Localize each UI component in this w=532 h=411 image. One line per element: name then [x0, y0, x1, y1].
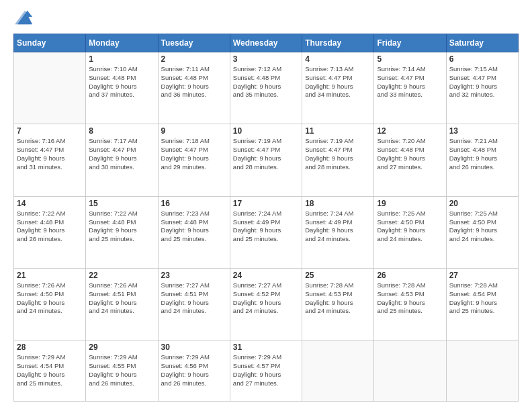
calendar-week-row: 1Sunrise: 7:10 AM Sunset: 4:48 PM Daylig…: [14, 52, 519, 124]
calendar-cell: 30Sunrise: 7:29 AM Sunset: 4:56 PM Dayli…: [158, 340, 230, 402]
day-number: 26: [377, 271, 443, 280]
calendar-cell: 7Sunrise: 7:16 AM Sunset: 4:47 PM Daylig…: [14, 124, 86, 196]
logo-icon: [15, 8, 34, 27]
day-info: Sunrise: 7:18 AM Sunset: 4:47 PM Dayligh…: [161, 137, 227, 171]
day-number: 7: [17, 126, 83, 136]
day-info: Sunrise: 7:22 AM Sunset: 4:48 PM Dayligh…: [89, 210, 154, 244]
calendar-cell: 21Sunrise: 7:26 AM Sunset: 4:50 PM Dayli…: [14, 269, 86, 340]
day-number: 4: [305, 54, 371, 64]
day-info: Sunrise: 7:10 AM Sunset: 4:48 PM Dayligh…: [89, 65, 154, 99]
calendar-table: SundayMondayTuesdayWednesdayThursdayFrid…: [13, 34, 519, 402]
day-number: 31: [233, 342, 299, 352]
day-number: 8: [89, 126, 154, 136]
day-info: Sunrise: 7:17 AM Sunset: 4:47 PM Dayligh…: [89, 137, 154, 171]
day-info: Sunrise: 7:16 AM Sunset: 4:47 PM Dayligh…: [17, 137, 83, 171]
day-number: 11: [305, 126, 371, 136]
day-info: Sunrise: 7:12 AM Sunset: 4:48 PM Dayligh…: [233, 65, 299, 99]
day-info: Sunrise: 7:26 AM Sunset: 4:50 PM Dayligh…: [17, 281, 83, 316]
day-info: Sunrise: 7:25 AM Sunset: 4:50 PM Dayligh…: [377, 210, 443, 244]
calendar-cell: 13Sunrise: 7:21 AM Sunset: 4:48 PM Dayli…: [446, 124, 518, 196]
calendar-cell: 31Sunrise: 7:29 AM Sunset: 4:57 PM Dayli…: [230, 340, 302, 402]
calendar-cell: 12Sunrise: 7:20 AM Sunset: 4:48 PM Dayli…: [374, 124, 446, 196]
calendar-cell: 16Sunrise: 7:23 AM Sunset: 4:48 PM Dayli…: [158, 196, 230, 268]
day-number: 19: [377, 199, 443, 208]
day-number: 20: [449, 199, 515, 208]
calendar-week-row: 7Sunrise: 7:16 AM Sunset: 4:47 PM Daylig…: [14, 124, 519, 196]
calendar-week-row: 14Sunrise: 7:22 AM Sunset: 4:48 PM Dayli…: [14, 196, 519, 268]
day-info: Sunrise: 7:15 AM Sunset: 4:47 PM Dayligh…: [449, 65, 515, 99]
day-number: 6: [449, 54, 515, 64]
calendar-cell: 3Sunrise: 7:12 AM Sunset: 4:48 PM Daylig…: [230, 52, 302, 124]
weekday-header-row: SundayMondayTuesdayWednesdayThursdayFrid…: [14, 34, 519, 52]
day-number: 2: [161, 54, 227, 64]
day-info: Sunrise: 7:27 AM Sunset: 4:52 PM Dayligh…: [233, 281, 299, 316]
day-info: Sunrise: 7:20 AM Sunset: 4:48 PM Dayligh…: [377, 137, 443, 171]
day-info: Sunrise: 7:29 AM Sunset: 4:54 PM Dayligh…: [17, 353, 83, 387]
weekday-header: Saturday: [446, 34, 518, 52]
calendar-cell: 22Sunrise: 7:26 AM Sunset: 4:51 PM Dayli…: [86, 269, 158, 340]
calendar-cell: 2Sunrise: 7:11 AM Sunset: 4:48 PM Daylig…: [158, 52, 230, 124]
logo: [13, 12, 34, 27]
weekday-header: Wednesday: [230, 34, 302, 52]
calendar-cell: 18Sunrise: 7:24 AM Sunset: 4:49 PM Dayli…: [302, 196, 374, 268]
day-info: Sunrise: 7:24 AM Sunset: 4:49 PM Dayligh…: [233, 210, 299, 244]
day-number: 21: [17, 271, 83, 280]
day-number: 14: [17, 199, 83, 208]
calendar-cell: [446, 340, 518, 402]
calendar-cell: 1Sunrise: 7:10 AM Sunset: 4:48 PM Daylig…: [86, 52, 158, 124]
day-info: Sunrise: 7:29 AM Sunset: 4:57 PM Dayligh…: [233, 353, 299, 387]
day-info: Sunrise: 7:28 AM Sunset: 4:53 PM Dayligh…: [377, 281, 443, 316]
day-number: 23: [161, 271, 227, 280]
day-number: 16: [161, 199, 227, 208]
top-section: [13, 12, 519, 27]
calendar-cell: 14Sunrise: 7:22 AM Sunset: 4:48 PM Dayli…: [14, 196, 86, 268]
calendar-cell: 10Sunrise: 7:19 AM Sunset: 4:47 PM Dayli…: [230, 124, 302, 196]
day-info: Sunrise: 7:19 AM Sunset: 4:47 PM Dayligh…: [305, 137, 371, 171]
calendar-cell: 28Sunrise: 7:29 AM Sunset: 4:54 PM Dayli…: [14, 340, 86, 402]
calendar-cell: 17Sunrise: 7:24 AM Sunset: 4:49 PM Dayli…: [230, 196, 302, 268]
day-number: 25: [305, 271, 371, 280]
weekday-header: Sunday: [14, 34, 86, 52]
day-info: Sunrise: 7:28 AM Sunset: 4:54 PM Dayligh…: [449, 281, 515, 316]
calendar-cell: 27Sunrise: 7:28 AM Sunset: 4:54 PM Dayli…: [446, 269, 518, 340]
day-info: Sunrise: 7:28 AM Sunset: 4:53 PM Dayligh…: [305, 281, 371, 316]
calendar-cell: [14, 52, 86, 124]
calendar-week-row: 21Sunrise: 7:26 AM Sunset: 4:50 PM Dayli…: [14, 269, 519, 340]
day-info: Sunrise: 7:14 AM Sunset: 4:47 PM Dayligh…: [377, 65, 443, 99]
day-info: Sunrise: 7:29 AM Sunset: 4:56 PM Dayligh…: [161, 353, 227, 387]
calendar-cell: 8Sunrise: 7:17 AM Sunset: 4:47 PM Daylig…: [86, 124, 158, 196]
day-number: 17: [233, 199, 299, 208]
day-info: Sunrise: 7:26 AM Sunset: 4:51 PM Dayligh…: [89, 281, 154, 316]
calendar-cell: 29Sunrise: 7:29 AM Sunset: 4:55 PM Dayli…: [86, 340, 158, 402]
calendar-cell: 26Sunrise: 7:28 AM Sunset: 4:53 PM Dayli…: [374, 269, 446, 340]
calendar-cell: 23Sunrise: 7:27 AM Sunset: 4:51 PM Dayli…: [158, 269, 230, 340]
calendar-cell: 4Sunrise: 7:13 AM Sunset: 4:47 PM Daylig…: [302, 52, 374, 124]
calendar-cell: [302, 340, 374, 402]
day-number: 10: [233, 126, 299, 136]
day-info: Sunrise: 7:24 AM Sunset: 4:49 PM Dayligh…: [305, 210, 371, 244]
day-number: 28: [17, 342, 83, 352]
day-info: Sunrise: 7:22 AM Sunset: 4:48 PM Dayligh…: [17, 210, 83, 244]
day-number: 3: [233, 54, 299, 64]
day-number: 9: [161, 126, 227, 136]
weekday-header: Tuesday: [158, 34, 230, 52]
calendar-cell: 5Sunrise: 7:14 AM Sunset: 4:47 PM Daylig…: [374, 52, 446, 124]
calendar-cell: 20Sunrise: 7:25 AM Sunset: 4:50 PM Dayli…: [446, 196, 518, 268]
weekday-header: Friday: [374, 34, 446, 52]
day-number: 12: [377, 126, 443, 136]
day-number: 27: [449, 271, 515, 280]
day-info: Sunrise: 7:21 AM Sunset: 4:48 PM Dayligh…: [449, 137, 515, 171]
calendar-cell: 9Sunrise: 7:18 AM Sunset: 4:47 PM Daylig…: [158, 124, 230, 196]
calendar-cell: 6Sunrise: 7:15 AM Sunset: 4:47 PM Daylig…: [446, 52, 518, 124]
calendar-week-row: 28Sunrise: 7:29 AM Sunset: 4:54 PM Dayli…: [14, 340, 519, 402]
day-number: 5: [377, 54, 443, 64]
calendar-cell: 19Sunrise: 7:25 AM Sunset: 4:50 PM Dayli…: [374, 196, 446, 268]
calendar-cell: 11Sunrise: 7:19 AM Sunset: 4:47 PM Dayli…: [302, 124, 374, 196]
day-info: Sunrise: 7:23 AM Sunset: 4:48 PM Dayligh…: [161, 210, 227, 244]
calendar-cell: [374, 340, 446, 402]
day-number: 29: [89, 342, 154, 352]
calendar-cell: 24Sunrise: 7:27 AM Sunset: 4:52 PM Dayli…: [230, 269, 302, 340]
calendar-cell: 15Sunrise: 7:22 AM Sunset: 4:48 PM Dayli…: [86, 196, 158, 268]
day-info: Sunrise: 7:29 AM Sunset: 4:55 PM Dayligh…: [89, 353, 154, 387]
day-number: 22: [89, 271, 154, 280]
